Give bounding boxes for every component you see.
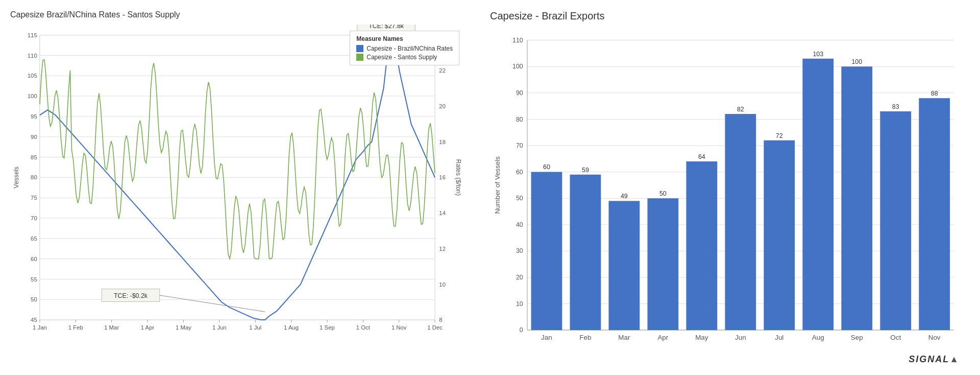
svg-text:14: 14 bbox=[439, 210, 446, 216]
svg-text:30: 30 bbox=[516, 247, 523, 254]
svg-text:Oct: Oct bbox=[890, 334, 901, 341]
svg-rect-99 bbox=[531, 172, 562, 331]
svg-text:1 Mar: 1 Mar bbox=[104, 324, 119, 331]
legend-label-supply: Capesize - Santos Supply bbox=[366, 54, 437, 61]
svg-text:1 Dec: 1 Dec bbox=[427, 324, 443, 331]
svg-text:103: 103 bbox=[813, 51, 823, 58]
svg-text:90: 90 bbox=[516, 89, 523, 97]
legend-color-rates bbox=[356, 45, 363, 52]
right-chart-container: 0102030405060708090100110Number of Vesse… bbox=[490, 30, 965, 362]
svg-text:100: 100 bbox=[28, 93, 37, 99]
svg-text:60: 60 bbox=[31, 256, 37, 262]
svg-text:80: 80 bbox=[516, 116, 523, 123]
svg-text:85: 85 bbox=[31, 154, 37, 160]
svg-text:12: 12 bbox=[439, 246, 446, 252]
svg-text:90: 90 bbox=[31, 134, 37, 140]
svg-text:10: 10 bbox=[516, 300, 523, 308]
svg-text:Jan: Jan bbox=[541, 334, 552, 341]
legend-item-rates: Capesize - Brazil/NChina Rates bbox=[356, 45, 453, 52]
left-panel: Capesize Brazil/NChina Rates - Santos Su… bbox=[0, 0, 470, 375]
svg-rect-105 bbox=[608, 201, 640, 330]
svg-text:Aug: Aug bbox=[812, 334, 824, 341]
svg-text:49: 49 bbox=[621, 193, 628, 200]
svg-text:1 Sep: 1 Sep bbox=[320, 324, 335, 331]
svg-rect-111 bbox=[686, 161, 717, 330]
svg-text:1 Feb: 1 Feb bbox=[68, 324, 83, 331]
svg-text:20: 20 bbox=[439, 103, 446, 109]
svg-text:45: 45 bbox=[31, 317, 37, 323]
signal-logo: SIGNAL▲ bbox=[909, 354, 960, 365]
svg-text:1 Jun: 1 Jun bbox=[212, 324, 227, 331]
svg-text:22: 22 bbox=[439, 67, 446, 74]
svg-text:64: 64 bbox=[698, 153, 705, 160]
svg-text:40: 40 bbox=[516, 221, 523, 228]
svg-text:50: 50 bbox=[516, 195, 523, 202]
legend-item-supply: Capesize - Santos Supply bbox=[356, 54, 453, 61]
right-chart-svg: 0102030405060708090100110Number of Vesse… bbox=[490, 30, 965, 362]
svg-text:50: 50 bbox=[659, 190, 667, 197]
svg-text:95: 95 bbox=[31, 113, 37, 120]
svg-text:Mar: Mar bbox=[618, 334, 630, 341]
right-panel: Capesize - Brazil Exports 01020304050607… bbox=[470, 0, 980, 375]
svg-text:80: 80 bbox=[31, 174, 37, 180]
svg-rect-129 bbox=[919, 98, 950, 330]
svg-rect-126 bbox=[880, 111, 911, 330]
svg-text:82: 82 bbox=[737, 106, 744, 113]
svg-text:83: 83 bbox=[892, 103, 899, 110]
svg-text:TCE: $27.8k: TCE: $27.8k bbox=[369, 25, 404, 30]
svg-text:Vessels: Vessels bbox=[13, 167, 20, 189]
svg-text:70: 70 bbox=[31, 215, 37, 221]
svg-text:70: 70 bbox=[516, 142, 523, 149]
left-chart-title: Capesize Brazil/NChina Rates - Santos Su… bbox=[10, 10, 464, 19]
svg-text:Number of Vessels: Number of Vessels bbox=[494, 156, 501, 214]
svg-text:1 Aug: 1 Aug bbox=[284, 324, 299, 331]
svg-text:Feb: Feb bbox=[579, 334, 591, 341]
svg-rect-117 bbox=[764, 140, 795, 330]
svg-text:10: 10 bbox=[439, 282, 446, 288]
svg-rect-123 bbox=[841, 66, 872, 330]
left-chart-container: 4550556065707580859095100105110115810121… bbox=[10, 25, 464, 351]
legend-color-supply bbox=[356, 54, 363, 61]
svg-rect-102 bbox=[570, 175, 601, 330]
svg-text:Nov: Nov bbox=[928, 334, 941, 341]
left-chart-svg: 4550556065707580859095100105110115810121… bbox=[10, 25, 464, 351]
svg-text:100: 100 bbox=[851, 58, 862, 65]
left-chart-legend: Measure Names Capesize - Brazil/NChina R… bbox=[350, 31, 459, 65]
legend-label-rates: Capesize - Brazil/NChina Rates bbox=[366, 45, 453, 52]
svg-text:May: May bbox=[695, 334, 708, 341]
svg-text:75: 75 bbox=[31, 195, 37, 201]
svg-text:Rates ($/ton): Rates ($/ton) bbox=[455, 159, 462, 196]
svg-text:1 May: 1 May bbox=[176, 324, 191, 331]
svg-text:20: 20 bbox=[516, 274, 523, 281]
svg-text:88: 88 bbox=[931, 90, 938, 97]
svg-text:60: 60 bbox=[516, 169, 523, 176]
svg-text:Sep: Sep bbox=[851, 334, 863, 341]
svg-text:Jul: Jul bbox=[775, 334, 783, 341]
svg-text:59: 59 bbox=[582, 167, 589, 174]
svg-rect-120 bbox=[802, 59, 834, 330]
svg-text:55: 55 bbox=[31, 276, 37, 283]
svg-rect-114 bbox=[725, 114, 756, 330]
svg-text:115: 115 bbox=[28, 32, 37, 38]
svg-text:72: 72 bbox=[776, 132, 783, 139]
svg-text:1 Apr: 1 Apr bbox=[141, 324, 155, 331]
svg-text:1 Oct: 1 Oct bbox=[356, 324, 371, 331]
svg-text:1 Nov: 1 Nov bbox=[391, 324, 407, 331]
svg-text:65: 65 bbox=[31, 236, 37, 242]
svg-text:110: 110 bbox=[512, 37, 523, 44]
svg-text:18: 18 bbox=[439, 139, 446, 145]
legend-title: Measure Names bbox=[356, 35, 453, 42]
svg-text:0: 0 bbox=[520, 326, 523, 334]
svg-text:1 Jul: 1 Jul bbox=[249, 324, 261, 331]
svg-text:110: 110 bbox=[28, 53, 37, 59]
svg-text:TCE: -$0.2k: TCE: -$0.2k bbox=[114, 292, 148, 299]
svg-text:16: 16 bbox=[439, 174, 446, 180]
svg-text:Apr: Apr bbox=[657, 334, 668, 341]
svg-text:8: 8 bbox=[439, 317, 442, 323]
svg-rect-108 bbox=[647, 198, 678, 330]
svg-text:Jun: Jun bbox=[735, 334, 746, 341]
svg-text:1 Jan: 1 Jan bbox=[33, 324, 47, 331]
svg-text:60: 60 bbox=[543, 163, 550, 171]
svg-text:50: 50 bbox=[31, 296, 37, 302]
svg-text:100: 100 bbox=[512, 63, 523, 70]
